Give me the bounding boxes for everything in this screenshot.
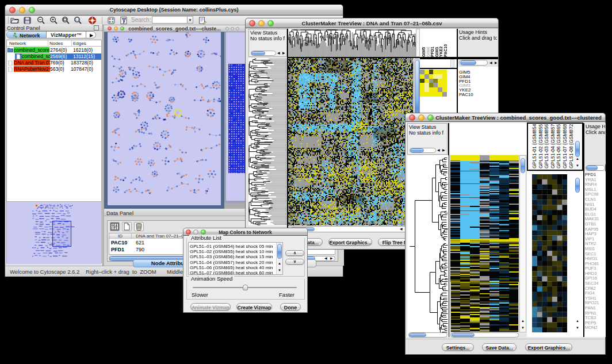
svg-text:1:1: 1:1 <box>75 18 79 21</box>
